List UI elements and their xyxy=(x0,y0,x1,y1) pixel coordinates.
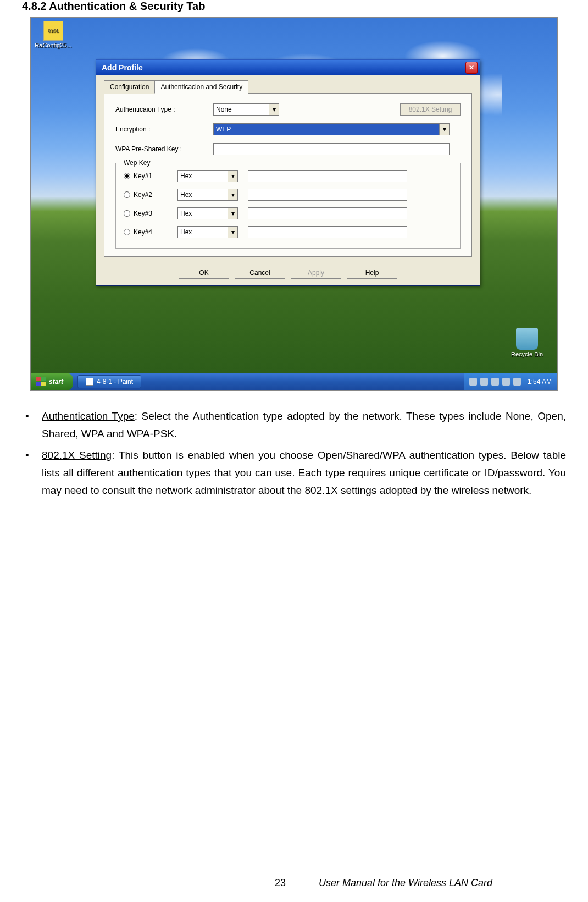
radio-icon xyxy=(124,173,130,179)
term-auth-type: Authentication Type xyxy=(42,410,135,422)
key3-input[interactable] xyxy=(248,207,407,219)
key4-format-value: Hex xyxy=(180,228,192,236)
8021x-setting-button: 802.1X Setting xyxy=(400,103,461,116)
section-heading: 4.8.2 Authentication & Security Tab xyxy=(22,0,566,13)
dialog-action-bar: OK Cancel Apply Help xyxy=(96,261,480,285)
taskbar-item-label: 4-8-1 - Paint xyxy=(97,378,133,386)
ok-button[interactable]: OK xyxy=(179,267,229,279)
bullet-mark: • xyxy=(22,447,42,500)
paint-icon xyxy=(86,378,93,386)
chevron-down-icon: ▾ xyxy=(228,189,237,200)
key2-format-value: Hex xyxy=(180,191,192,199)
recycle-bin-icon xyxy=(516,328,538,350)
key3-radio[interactable]: Key#3 xyxy=(124,210,168,217)
key1-format-value: Hex xyxy=(180,172,192,180)
key2-radio[interactable]: Key#2 xyxy=(124,191,168,199)
close-button[interactable]: ✕ xyxy=(465,62,478,74)
wep-key-row: Key#3 Hex ▾ xyxy=(124,207,452,219)
wep-key-row: Key#1 Hex ▾ xyxy=(124,170,452,182)
wep-key-legend: Wep Key xyxy=(121,159,152,167)
key1-input[interactable] xyxy=(248,170,407,182)
tab-panel-auth: Authenticaion Type : None ▾ 802.1X Setti… xyxy=(104,93,472,257)
key4-label: Key#4 xyxy=(134,228,152,236)
dialog-tabs: Configuration Authenticacion and Securit… xyxy=(104,80,472,94)
auth-type-combo[interactable]: None ▾ xyxy=(213,103,279,116)
label-encryption: Encryption : xyxy=(115,125,209,133)
cancel-button[interactable]: Cancel xyxy=(235,267,285,279)
taskbar-item-paint[interactable]: 4-8-1 - Paint xyxy=(77,375,141,388)
desktop-icon-recycle-bin[interactable]: Recycle Bin xyxy=(505,328,549,358)
chevron-down-icon: ▾ xyxy=(228,170,237,182)
tray-icon[interactable] xyxy=(469,378,477,386)
key1-label: Key#1 xyxy=(134,172,152,180)
wpa-psk-input[interactable] xyxy=(213,143,450,155)
wep-key-row: Key#4 Hex ▾ xyxy=(124,226,452,238)
radio-icon xyxy=(124,210,130,217)
chevron-down-icon: ▾ xyxy=(228,208,237,219)
wep-key-fieldset: Wep Key Key#1 Hex ▾ xyxy=(115,163,461,249)
taskbar-clock: 1:54 AM xyxy=(528,378,552,386)
key2-input[interactable] xyxy=(248,189,407,201)
system-tray: 1:54 AM xyxy=(464,373,557,391)
body-text: • Authentication Type: Select the Authen… xyxy=(22,408,566,499)
encryption-value: WEP xyxy=(216,125,231,133)
key4-radio[interactable]: Key#4 xyxy=(124,228,168,236)
chevron-down-icon: ▾ xyxy=(228,227,237,238)
auth-type-value: None xyxy=(216,106,232,113)
dialog-titlebar[interactable]: Add Profile ✕ xyxy=(96,59,480,75)
recycle-bin-label: Recycle Bin xyxy=(505,351,549,358)
start-label: start xyxy=(49,378,63,386)
key4-format-combo[interactable]: Hex ▾ xyxy=(177,226,238,238)
bullet-mark: • xyxy=(22,408,42,443)
key3-format-value: Hex xyxy=(180,210,192,217)
start-button[interactable]: start xyxy=(31,373,73,391)
tray-icon[interactable] xyxy=(513,378,521,386)
tray-icon[interactable] xyxy=(491,378,499,386)
desktop-icon-raconfig[interactable]: 0101 RaConfig25... xyxy=(34,21,73,48)
close-icon: ✕ xyxy=(469,64,474,72)
help-button[interactable]: Help xyxy=(347,267,397,279)
tray-icon[interactable] xyxy=(502,378,510,386)
wep-key-row: Key#2 Hex ▾ xyxy=(124,189,452,201)
tray-icon[interactable] xyxy=(480,378,488,386)
screenshot-desktop: 0101 RaConfig25... Recycle Bin Add Profi… xyxy=(30,17,558,391)
desktop-icon-label: RaConfig25... xyxy=(34,42,73,48)
raconfig-icon: 0101 xyxy=(43,21,63,41)
bullet-item: Authentication Type: Select the Authenti… xyxy=(42,408,566,443)
key1-radio[interactable]: Key#1 xyxy=(124,172,168,180)
bullet-item: 802.1X Setting: This button is enabled w… xyxy=(42,447,566,500)
key2-label: Key#2 xyxy=(134,191,152,199)
key3-label: Key#3 xyxy=(134,210,152,217)
add-profile-dialog: Add Profile ✕ Configuration Authenticaci… xyxy=(96,59,480,286)
key1-format-combo[interactable]: Hex ▾ xyxy=(177,170,238,182)
taskbar: start 4-8-1 - Paint 1:54 AM xyxy=(31,373,557,391)
radio-icon xyxy=(124,229,130,235)
dialog-title: Add Profile xyxy=(102,63,143,72)
windows-logo-icon xyxy=(36,377,46,386)
tab-configuration[interactable]: Configuration xyxy=(104,80,155,94)
chevron-down-icon: ▾ xyxy=(439,124,449,135)
term-8021x: 802.1X Setting xyxy=(42,449,112,461)
label-auth-type: Authenticaion Type : xyxy=(115,106,209,113)
radio-icon xyxy=(124,191,130,198)
bullet-rest: : This button is enabled when you choose… xyxy=(42,449,566,497)
encryption-combo[interactable]: WEP ▾ xyxy=(213,123,450,135)
apply-button: Apply xyxy=(291,267,341,279)
label-wpa-psk: WPA Pre-Shared Key : xyxy=(115,145,209,153)
key3-format-combo[interactable]: Hex ▾ xyxy=(177,207,238,219)
key4-input[interactable] xyxy=(248,226,407,238)
key2-format-combo[interactable]: Hex ▾ xyxy=(177,189,238,201)
chevron-down-icon: ▾ xyxy=(269,104,279,115)
tab-authentication-security[interactable]: Authenticacion and Security xyxy=(154,80,248,94)
